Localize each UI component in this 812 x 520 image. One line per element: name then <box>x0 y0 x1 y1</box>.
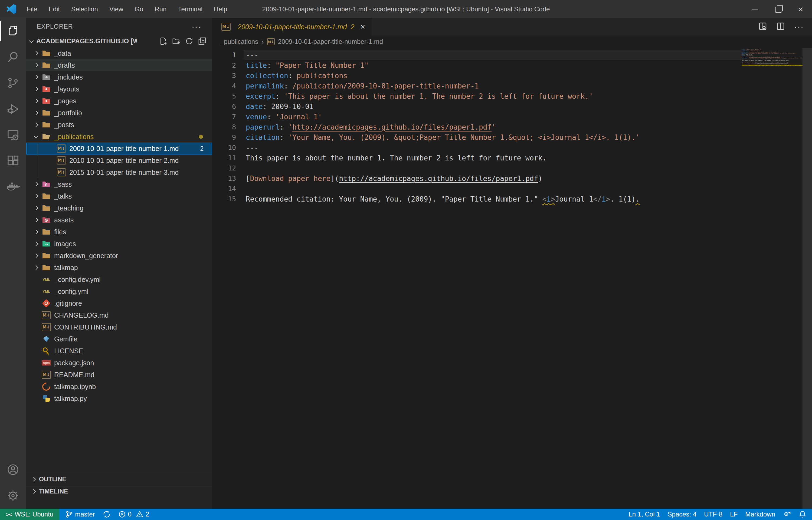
tab-close-icon[interactable]: × <box>360 23 365 31</box>
extensions-icon[interactable] <box>0 148 26 174</box>
sidebar-item-_data[interactable]: _data <box>26 47 212 59</box>
folder-icon <box>42 60 51 70</box>
indentation[interactable]: Spaces: 4 <box>664 511 701 518</box>
sidebar-item-assets[interactable]: assets <box>26 214 212 226</box>
editor-scrollbar[interactable] <box>803 48 812 509</box>
chevron-right-icon[interactable] <box>33 111 39 114</box>
menu-run[interactable]: Run <box>149 0 172 18</box>
minimize-button[interactable] <box>744 0 766 18</box>
sidebar-item-README.md[interactable]: M↓README.md <box>26 369 212 381</box>
accounts-icon[interactable] <box>0 457 26 483</box>
sidebar-item-talkmap.ipynb[interactable]: talkmap.ipynb <box>26 381 212 393</box>
split-editor-icon[interactable] <box>776 22 785 32</box>
new-file-icon[interactable] <box>159 36 168 46</box>
sidebar-item-_config.dev.yml[interactable]: YML_config.dev.yml <box>26 274 212 285</box>
sidebar-item-Gemfile[interactable]: Gemfile <box>26 333 212 345</box>
chevron-right-icon[interactable] <box>33 123 39 126</box>
search-icon[interactable] <box>0 44 26 70</box>
menu-terminal[interactable]: Terminal <box>172 0 208 18</box>
folder-pages-icon <box>42 96 51 105</box>
menu-edit[interactable]: Edit <box>43 0 66 18</box>
outline-section[interactable]: OUTLINE <box>26 473 212 485</box>
explorer-more-actions-icon[interactable]: ··· <box>192 22 201 31</box>
sidebar-item-_layouts[interactable]: _layouts <box>26 83 212 95</box>
chevron-right-icon[interactable] <box>33 183 39 186</box>
remote-explorer-icon[interactable] <box>0 122 26 148</box>
sidebar-item-talkmap[interactable]: talkmap <box>26 262 212 274</box>
sidebar-item-2015-10-01-paper-title-number-3.md[interactable]: M↓2015-10-01-paper-title-number-3.md <box>26 166 212 178</box>
menu-go[interactable]: Go <box>129 0 149 18</box>
tab-active-file[interactable]: M↓ 2009-10-01-paper-title-number-1.md 2 … <box>212 18 372 35</box>
remote-indicator[interactable]: >< WSL: Ubuntu <box>0 509 59 520</box>
tab-problems-badge: 2 <box>351 23 354 31</box>
sidebar-item-LICENSE[interactable]: LICENSE <box>26 345 212 357</box>
explorer-icon[interactable] <box>0 18 26 44</box>
encoding[interactable]: UTF-8 <box>700 511 726 518</box>
line-number: 12 <box>212 163 244 174</box>
sync-changes-item[interactable] <box>99 510 115 518</box>
chevron-right-icon[interactable] <box>33 63 39 67</box>
sidebar-item-.gitignore[interactable]: .gitignore <box>26 297 212 309</box>
chevron-right-icon[interactable] <box>33 194 39 198</box>
close-button[interactable]: × <box>789 0 812 18</box>
menu-help[interactable]: Help <box>208 0 233 18</box>
menu-view[interactable]: View <box>104 0 129 18</box>
run-debug-icon[interactable] <box>0 96 26 122</box>
menu-file[interactable]: File <box>21 0 43 18</box>
eol-sequence[interactable]: LF <box>726 511 741 518</box>
new-folder-icon[interactable] <box>172 36 181 46</box>
git-branch-item[interactable]: master <box>61 511 99 518</box>
code-editor[interactable]: 1---2title: "Paper Title Number 1"3colle… <box>212 48 742 509</box>
source-control-icon[interactable] <box>0 70 26 96</box>
sidebar-item-_includes[interactable]: _includes <box>26 71 212 83</box>
menu-selection[interactable]: Selection <box>66 0 104 18</box>
sidebar-item-images[interactable]: images <box>26 238 212 250</box>
feedback-icon[interactable] <box>779 510 795 518</box>
workspace-root-row[interactable]: ACADEMICPAGES.GITHUB.IO [WSL: UB... <box>26 35 212 47</box>
collapse-folders-icon[interactable] <box>198 36 207 46</box>
chevron-right-icon[interactable] <box>33 218 39 222</box>
sidebar-item-files[interactable]: files <box>26 226 212 238</box>
sidebar-item-_pages[interactable]: _pages <box>26 95 212 107</box>
restore-button[interactable] <box>766 0 789 18</box>
sidebar-item-_publications[interactable]: _publications <box>26 131 212 142</box>
sidebar-item-_teaching[interactable]: _teaching <box>26 202 212 214</box>
docker-icon[interactable] <box>0 174 26 200</box>
chevron-right-icon[interactable] <box>33 52 39 55</box>
language-mode[interactable]: Markdown <box>741 511 779 518</box>
breadcrumb-file[interactable]: 2009-10-01-paper-title-number-1.md <box>278 38 383 46</box>
sidebar-item-CONTRIBUTING.md[interactable]: M↓CONTRIBUTING.md <box>26 321 212 333</box>
chevron-down-icon[interactable] <box>33 135 39 138</box>
sidebar-item-_posts[interactable]: _posts <box>26 119 212 131</box>
sidebar-item-2009-10-01-paper-title-number-1.md[interactable]: M↓2009-10-01-paper-title-number-1.md2 <box>26 142 212 155</box>
refresh-icon[interactable] <box>185 36 194 46</box>
explorer-toolbar <box>159 36 212 46</box>
sidebar-item-package.json[interactable]: npmpackage.json <box>26 357 212 369</box>
chevron-right-icon[interactable] <box>33 206 39 210</box>
settings-gear-icon[interactable] <box>0 483 26 509</box>
sidebar-item-_drafts[interactable]: _drafts <box>26 59 212 71</box>
chevron-right-icon[interactable] <box>33 254 39 257</box>
sidebar-item-talkmap.py[interactable]: talkmap.py <box>26 393 212 405</box>
sidebar-item-_sass[interactable]: S_sass <box>26 178 212 190</box>
timeline-section[interactable]: TIMELINE <box>26 485 212 497</box>
sidebar-item-_config.yml[interactable]: YML_config.yml <box>26 285 212 297</box>
sidebar-item-markdown_generator[interactable]: markdown_generator <box>26 250 212 262</box>
breadcrumb-folder[interactable]: _publications <box>220 38 258 46</box>
chevron-right-icon[interactable] <box>33 87 39 90</box>
notifications-bell-icon[interactable] <box>795 510 808 518</box>
cursor-position[interactable]: Ln 1, Col 1 <box>625 511 664 518</box>
sidebar-item-CHANGELOG.md[interactable]: M↓CHANGELOG.md <box>26 309 212 321</box>
sidebar-item-_talks[interactable]: _talks <box>26 190 212 202</box>
sidebar-item-_portfolio[interactable]: _portfolio <box>26 107 212 119</box>
chevron-right-icon[interactable] <box>33 230 39 233</box>
chevron-right-icon[interactable] <box>33 266 39 269</box>
open-preview-icon[interactable] <box>758 22 767 32</box>
chevron-right-icon[interactable] <box>33 76 39 79</box>
chevron-right-icon[interactable] <box>33 242 39 245</box>
sidebar-item-2010-10-01-paper-title-number-2.md[interactable]: M↓2010-10-01-paper-title-number-2.md <box>26 155 212 166</box>
problems-item[interactable]: 0 2 <box>115 511 153 518</box>
editor-more-actions-icon[interactable]: ··· <box>794 22 804 31</box>
minimap[interactable]: ---title: "Paper Title Number 1"collecti… <box>742 48 803 509</box>
chevron-right-icon[interactable] <box>33 99 39 103</box>
